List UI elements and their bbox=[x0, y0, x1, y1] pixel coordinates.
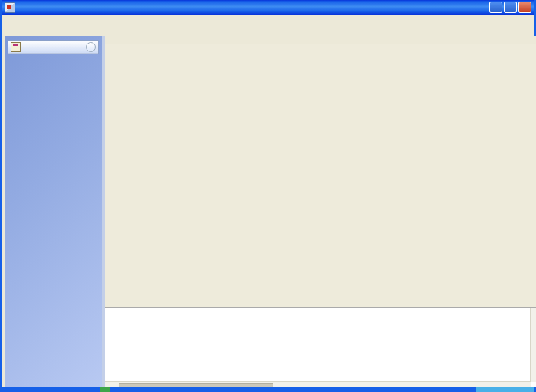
table-horizontal-scrollbar[interactable] bbox=[105, 381, 531, 387]
panel-header[interactable] bbox=[8, 41, 98, 54]
chart-region[interactable] bbox=[105, 44, 536, 307]
app-icon bbox=[5, 2, 15, 13]
close-button[interactable] bbox=[518, 2, 531, 13]
concentration-3d-chart[interactable] bbox=[105, 44, 536, 307]
minimize-button[interactable] bbox=[489, 2, 502, 13]
samples-task-panel bbox=[8, 40, 99, 54]
main-toolbar bbox=[5, 24, 531, 36]
app-window bbox=[0, 0, 536, 392]
data-table bbox=[105, 307, 536, 387]
panel-icon bbox=[11, 42, 21, 52]
navigation-pane bbox=[5, 36, 102, 387]
window-bottom-border bbox=[2, 387, 534, 392]
menu-bar bbox=[5, 15, 531, 25]
maximize-button[interactable] bbox=[504, 2, 517, 13]
title-bar bbox=[2, 0, 534, 15]
resize-grip[interactable] bbox=[476, 387, 534, 392]
collapse-chevron-icon[interactable] bbox=[86, 42, 96, 52]
table-vertical-scrollbar[interactable] bbox=[530, 308, 536, 382]
